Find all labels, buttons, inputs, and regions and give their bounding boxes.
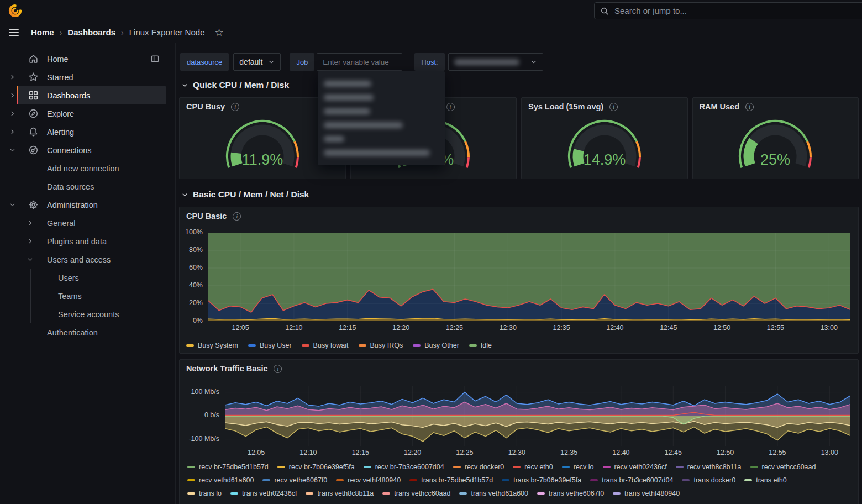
legend-item-trans-docker0[interactable]: trans docker0 xyxy=(682,476,735,484)
panel-title[interactable]: Sys Load (15m avg) xyxy=(528,102,603,111)
legend-item-recv-docker0[interactable]: recv docker0 xyxy=(453,463,504,471)
sidebar-item-starred[interactable]: Starred xyxy=(0,68,175,86)
info-icon[interactable]: i xyxy=(231,103,239,111)
breadcrumb-bar: Home › Dashboards › Linux Exporter Node … xyxy=(0,22,862,43)
chevron-right-icon[interactable] xyxy=(9,110,17,117)
grafana-logo[interactable] xyxy=(8,3,23,18)
legend-item-trans-lo[interactable]: trans lo xyxy=(187,490,222,497)
sidebar-item-home[interactable]: Home xyxy=(0,50,175,68)
chevron-right-icon[interactable] xyxy=(9,74,17,81)
legend-item-busy-iowait[interactable]: Busy Iowait xyxy=(302,342,349,349)
section-basic-cpu-mem-net-disk[interactable]: Basic CPU / Mem / Net / Disk xyxy=(181,187,859,202)
legend-item-trans-br-75dbe5d1b57d[interactable]: trans br-75dbe5d1b57d xyxy=(409,476,493,484)
panel-title[interactable]: RAM Used xyxy=(700,102,740,111)
legend-item-trans-br-7b3ce6007d04[interactable]: trans br-7b3ce6007d04 xyxy=(590,476,673,484)
breadcrumb-dashboards[interactable]: Dashboards xyxy=(67,28,115,37)
legend-item-idle[interactable]: Idle xyxy=(469,342,492,349)
legend-label: recv br-7b06e39ef5fa xyxy=(289,463,355,471)
legend-item-busy-other[interactable]: Busy Other xyxy=(413,342,459,349)
dropdown-option-redacted-6[interactable] xyxy=(318,146,445,160)
sidebar-item-alerting[interactable]: Alerting xyxy=(0,123,175,141)
panel-title[interactable]: CPU Busy xyxy=(186,102,225,111)
legend-color-swatch xyxy=(187,466,195,468)
legend-item-trans-vethe6067f0[interactable]: trans vethe6067f0 xyxy=(537,490,604,497)
dock-icon[interactable] xyxy=(150,54,160,64)
sidebar-item-teams[interactable]: Teams xyxy=(0,287,175,305)
gauge-panels-row: CPU Busyi11.9%i11.8%Sys Load (15m avg)i1… xyxy=(179,97,859,179)
section-quick-cpu-mem-disk[interactable]: Quick CPU / Mem / Disk xyxy=(181,77,859,93)
chevron-right-icon[interactable] xyxy=(9,128,17,135)
legend-item-busy-irqs[interactable]: Busy IRQs xyxy=(359,342,403,349)
legend-item-trans-veth02436cf[interactable]: trans veth02436cf xyxy=(230,490,297,497)
legend-item-recv-eth0[interactable]: recv eth0 xyxy=(513,463,553,471)
dropdown-option-redacted-3[interactable] xyxy=(318,104,445,118)
variables-row: datasource default Job Host: xyxy=(180,53,859,71)
legend-item-busy-system[interactable]: Busy System xyxy=(186,342,238,349)
dropdown-option-redacted-2[interactable] xyxy=(318,91,445,104)
dropdown-option-redacted-4[interactable] xyxy=(318,118,445,132)
dropdown-option-redacted-1[interactable] xyxy=(318,77,445,91)
sidebar-item-administration[interactable]: Administration xyxy=(0,196,175,214)
sidebar-item-body: Plugins and data xyxy=(34,232,166,250)
legend-item-recv-lo[interactable]: recv lo xyxy=(562,463,594,471)
chevron-down-icon[interactable] xyxy=(9,201,17,208)
legend-item-trans-veth8c8b11a[interactable]: trans veth8c8b11a xyxy=(306,490,374,497)
chevron-right-icon[interactable] xyxy=(27,219,34,227)
x-axis-label: 12:20 xyxy=(401,449,425,456)
datasource-variable-select[interactable]: default xyxy=(233,53,281,71)
legend-label: trans veth8c8b11a xyxy=(317,490,374,497)
sidebar-item-authentication[interactable]: Authentication xyxy=(0,323,175,342)
chevron-down-icon[interactable] xyxy=(9,146,17,154)
favorite-star-icon[interactable]: ☆ xyxy=(214,28,223,38)
breadcrumb-home[interactable]: Home xyxy=(31,28,54,37)
sidebar-item-label: Authentication xyxy=(47,328,98,337)
legend-color-swatch xyxy=(603,466,611,468)
legend-item-trans-eth0[interactable]: trans eth0 xyxy=(744,476,787,484)
sidebar-item-service-accounts[interactable]: Service accounts xyxy=(0,305,175,323)
search-input[interactable] xyxy=(613,6,858,16)
sidebar-item-general[interactable]: General xyxy=(0,214,175,232)
info-icon[interactable]: i xyxy=(233,212,241,221)
sidebar-item-data-sources[interactable]: Data sources xyxy=(0,177,175,196)
cpu-plot-area[interactable] xyxy=(208,233,850,321)
legend-item-recv-br-75dbe5d1b57d[interactable]: recv br-75dbe5d1b57d xyxy=(187,463,269,471)
network-traffic-chart: 100 Mb/s0 b/s-100 Mb/s12:0512:1012:1512:… xyxy=(183,386,853,460)
legend-item-recv-veth8c8b11a[interactable]: recv veth8c8b11a xyxy=(676,463,742,471)
sidebar-item-users-and-access[interactable]: Users and access xyxy=(0,250,175,269)
legend-item-recv-veth02436cf[interactable]: recv veth02436cf xyxy=(603,463,667,471)
dropdown-option-redacted-5[interactable] xyxy=(318,132,445,146)
legend-item-recv-vethd61a600[interactable]: recv vethd61a600 xyxy=(187,476,254,484)
chevron-down-icon[interactable] xyxy=(27,256,34,263)
legend-item-trans-br-7b06e39ef5fa[interactable]: trans br-7b06e39ef5fa xyxy=(502,476,581,484)
network-plot-area[interactable] xyxy=(225,386,850,446)
job-variable-input[interactable] xyxy=(317,53,402,71)
info-icon[interactable]: i xyxy=(446,103,455,111)
legend-item-recv-vethcc60aad[interactable]: recv vethcc60aad xyxy=(750,463,816,471)
legend-item-recv-br-7b06e39ef5fa[interactable]: recv br-7b06e39ef5fa xyxy=(277,463,355,471)
legend-item-trans-vethd61a600[interactable]: trans vethd61a600 xyxy=(459,490,528,497)
sidebar-item-dashboards[interactable]: Dashboards xyxy=(0,86,175,104)
chevron-right-icon[interactable] xyxy=(9,92,17,99)
info-icon[interactable]: i xyxy=(745,103,754,111)
legend-item-recv-br-7b3ce6007d04[interactable]: recv br-7b3ce6007d04 xyxy=(364,463,444,471)
panel-title-network-traffic[interactable]: Network Traffic Basic xyxy=(186,364,267,373)
global-search[interactable] xyxy=(594,2,862,19)
legend-item-recv-vethe6067f0[interactable]: recv vethe6067f0 xyxy=(262,476,327,484)
sidebar-item-users[interactable]: Users xyxy=(0,269,175,287)
legend-item-busy-user[interactable]: Busy User xyxy=(248,342,292,349)
sidebar-item-connections[interactable]: Connections xyxy=(0,141,175,159)
chevron-right-icon[interactable] xyxy=(27,238,34,245)
info-icon[interactable]: i xyxy=(274,365,282,373)
legend-item-trans-vethcc60aad[interactable]: trans vethcc60aad xyxy=(382,490,450,497)
legend-item-trans-vethf480940[interactable]: trans vethf480940 xyxy=(613,490,680,497)
host-variable-select[interactable] xyxy=(448,53,543,71)
sidebar-item-body: Service accounts xyxy=(34,305,166,323)
sidebar-item-add-new-connection[interactable]: Add new connection xyxy=(0,159,175,177)
sidebar-item-plugins-and-data[interactable]: Plugins and data xyxy=(0,232,175,250)
legend-item-recv-vethf480940[interactable]: recv vethf480940 xyxy=(336,476,401,484)
sidebar-item-explore[interactable]: Explore xyxy=(0,104,175,123)
panel-title-cpu-basic[interactable]: CPU Basic xyxy=(186,212,227,221)
legend-label: trans vethe6067f0 xyxy=(549,490,604,497)
menu-toggle-icon[interactable] xyxy=(9,29,19,36)
info-icon[interactable]: i xyxy=(609,103,618,111)
